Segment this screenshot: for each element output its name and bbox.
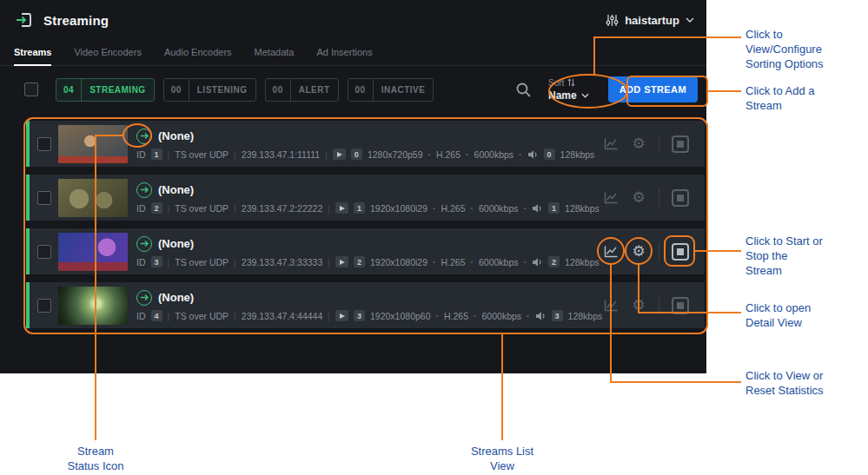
start-stop-button[interactable] [672,297,689,314]
speaker-icon [532,203,543,214]
separator [471,203,474,214]
streaming-app-window: Streaming haistartup Streams Video Encod… [0,0,706,373]
separator [325,149,328,160]
start-stop-button[interactable] [672,135,689,153]
separator [168,149,170,160]
stream-thumbnail [58,179,128,217]
select-all-checkbox[interactable] [24,82,38,96]
separator [328,311,330,321]
stream-status-icon [136,290,152,306]
tab-audio-encoders[interactable]: Audio Encoders [164,47,232,65]
codec: H.265 [444,311,468,321]
callout-status-icon: Stream Status Icon [48,444,143,473]
resolution: 1920x1080p60 [370,311,431,321]
stream-info: (None) ID 1 TS over UDP 239.133.47.1:111… [136,128,594,161]
separator [474,311,477,321]
codec: H.265 [441,257,465,267]
statistics-icon[interactable] [603,298,619,313]
address: 239.133.47.3:33333 [242,257,322,267]
protocol: TS over UDP [175,203,229,214]
codec: H.265 [436,149,461,160]
tab-ad-insertions[interactable]: Ad Insertions [316,47,372,65]
chevron-down-icon [686,17,694,23]
audio-bitrate: 128kbps [568,311,603,321]
video-track-badge: 0 [351,148,362,160]
stream-checkbox[interactable] [37,191,51,205]
stream-checkbox[interactable] [37,299,51,313]
stream-checkbox[interactable] [37,137,51,151]
stream-status-icon [136,182,152,198]
gear-icon[interactable]: ⚙ [631,244,646,260]
stream-status-icon [136,236,152,252]
start-stop-button[interactable] [672,189,689,207]
search-icon[interactable] [515,81,533,98]
video-icon [335,256,348,267]
address: 239.133.47.4:44444 [242,311,322,321]
sort-arrows-icon [567,78,575,87]
statistics-icon[interactable] [603,136,619,152]
video-icon [335,310,348,321]
tab-video-encoders[interactable]: Video Encoders [74,47,141,65]
stream-checkbox[interactable] [37,245,51,259]
callout-start-stop: Click to Start or Stop the Stream [745,234,854,278]
separator [168,257,170,267]
resolution: 1920x1080i29 [370,257,427,267]
gear-icon[interactable]: ⚙ [631,298,646,313]
id-label: ID [136,149,146,160]
speaker-icon [535,311,547,321]
row-actions: ⚙ [603,175,689,221]
sort-control[interactable]: Sort Name [548,78,589,102]
audio-bitrate: 128kbps [565,257,600,267]
filter-listening[interactable]: 00 LISTENING [163,78,256,102]
stream-row-2: (None) ID 2 TS over UDP 239.133.47.2:222… [26,175,705,221]
stream-status-strip [26,228,30,274]
protocol: TS over UDP [175,149,229,160]
video-track-badge: 3 [354,310,365,321]
separator [234,149,236,160]
account-menu[interactable]: haistartup [606,14,694,27]
stop-glyph [677,302,684,309]
listening-count: 00 [164,85,189,95]
filter-toolbar: 04 STREAMING 00 LISTENING 00 ALERT 00 IN… [0,73,706,106]
video-bitrate: 6000kbps [479,257,519,267]
actions-divider [659,135,659,154]
video-bitrate: 6000kbps [474,149,514,160]
separator [328,203,330,214]
audio-track-badge: 0 [544,148,555,160]
gear-icon[interactable]: ⚙ [631,190,646,206]
start-stop-button[interactable] [672,243,689,261]
gear-icon[interactable]: ⚙ [631,136,646,152]
separator [471,257,474,267]
statistics-icon[interactable] [603,190,619,206]
id-badge: 4 [151,310,162,321]
tab-metadata[interactable]: Metadata [255,47,295,65]
app-header: Streaming haistartup [0,0,706,40]
filter-alert[interactable]: 00 ALERT [265,78,339,102]
video-icon [333,148,346,160]
protocol: TS over UDP [175,257,229,267]
stream-status-strip [26,282,30,328]
stream-thumbnail [58,287,128,325]
speaker-icon [527,149,539,160]
callout-list-view: Streams List View [454,444,550,473]
stream-info: (None) ID 3 TS over UDP 239.133.47.3:333… [136,235,600,268]
video-track-badge: 1 [354,202,365,214]
filter-inactive[interactable]: 00 INACTIVE [348,78,434,102]
inactive-label: INACTIVE [374,85,434,95]
add-stream-button[interactable]: ADD STREAM [608,76,698,102]
statistics-icon[interactable] [603,244,619,260]
filter-streaming[interactable]: 04 STREAMING [56,78,155,102]
audio-track-badge: 1 [548,202,560,214]
sort-value: Name [548,89,577,102]
stream-name: (None) [158,129,194,142]
callout-add-stream: Click to Add a Stream [745,83,850,113]
app-logo-icon [14,10,35,30]
actions-divider [659,296,659,315]
tab-streams[interactable]: Streams [14,47,51,66]
separator [234,203,236,214]
resolution: 1920x1080i29 [370,203,427,214]
actions-divider [659,242,659,261]
id-label: ID [136,203,146,214]
video-bitrate: 6000kbps [479,203,519,214]
row-actions: ⚙ [603,282,689,328]
